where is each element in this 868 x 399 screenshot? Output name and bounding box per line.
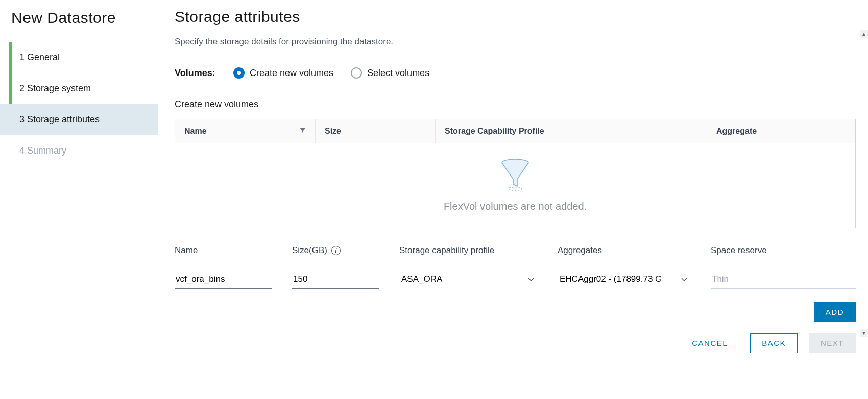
col-label: Size [325, 127, 341, 136]
radio-label: Select volumes [367, 68, 429, 79]
label-size: Size(GB) i [292, 245, 379, 256]
col-label: Storage Capability Profile [445, 127, 544, 136]
form-col-name: Name [175, 245, 272, 289]
label-name: Name [175, 245, 272, 256]
filter-icon[interactable] [300, 127, 306, 135]
volumes-row: Volumes: Create new volumes Select volum… [175, 67, 856, 79]
select-aggregates[interactable]: EHCAggr02 - (17899.73 G [558, 271, 690, 288]
form-col-space-reserve: Space reserve [711, 245, 856, 289]
wizard-step-storage-attributes[interactable]: 3 Storage attributes [0, 104, 158, 135]
info-icon[interactable]: i [331, 246, 341, 255]
funnel-icon [501, 159, 529, 191]
table-empty-state: FlexVol volumes are not added. [175, 143, 855, 228]
col-label: Aggregate [716, 127, 757, 136]
cancel-button[interactable]: CANCEL [681, 333, 739, 353]
label-scp: Storage capability profile [399, 245, 537, 256]
volumes-table: Name Size Storage Capability Profile Agg… [175, 119, 856, 228]
wizard-footer: CANCEL BACK NEXT [175, 333, 856, 363]
radio-select-volumes[interactable]: Select volumes [351, 67, 429, 79]
input-size[interactable] [292, 271, 379, 289]
step-num: 2 [19, 83, 25, 93]
col-name[interactable]: Name [175, 119, 316, 143]
col-label: Name [184, 127, 207, 136]
back-button[interactable]: BACK [750, 333, 798, 353]
radio-icon [351, 67, 362, 79]
volumes-label: Volumes: [175, 68, 233, 79]
step-label: Storage system [27, 83, 91, 93]
label-aggregates: Aggregates [558, 245, 690, 256]
wizard-step-general[interactable]: 1 General [0, 42, 158, 73]
main-content: Storage attributes Specify the storage d… [158, 0, 868, 399]
page-subtitle: Specify the storage details for provisio… [175, 37, 856, 47]
svg-point-1 [509, 187, 522, 191]
wizard-steps: 1 General 2 Storage system 3 Storage att… [0, 42, 158, 166]
col-storage-capability-profile[interactable]: Storage Capability Profile [436, 119, 707, 143]
step-num: 1 [19, 52, 25, 62]
volumes-radio-group: Create new volumes Select volumes [233, 67, 429, 79]
wizard-step-storage-system[interactable]: 2 Storage system [0, 73, 158, 104]
step-num: 3 [19, 114, 25, 124]
col-size[interactable]: Size [316, 119, 436, 143]
input-space-reserve [711, 271, 856, 289]
form-col-scp: Storage capability profile ASA_ORA [399, 245, 537, 289]
step-label: Storage attributes [27, 114, 100, 124]
page-title: Storage attributes [175, 8, 856, 26]
label-space-reserve: Space reserve [711, 245, 856, 256]
label-size-text: Size(GB) [292, 245, 327, 256]
radio-create-new-volumes[interactable]: Create new volumes [233, 67, 333, 79]
new-volume-form: Name Size(GB) i Storage capability profi… [175, 245, 856, 289]
radio-label: Create new volumes [250, 68, 333, 79]
wizard-sidebar: New Datastore 1 General 2 Storage system… [0, 0, 158, 399]
radio-icon [233, 67, 245, 79]
step-label: General [27, 52, 60, 62]
step-label: Summary [27, 145, 66, 156]
empty-message: FlexVol volumes are not added. [444, 201, 587, 212]
add-button[interactable]: ADD [814, 302, 856, 322]
select-storage-capability-profile[interactable]: ASA_ORA [399, 271, 537, 288]
wizard-step-summary: 4 Summary [0, 135, 158, 166]
step-num: 4 [19, 145, 25, 156]
scroll-down-icon[interactable]: ▼ [860, 329, 868, 337]
scrollbar-vertical[interactable]: ▲ ▼ [860, 0, 868, 399]
col-aggregate[interactable]: Aggregate [707, 119, 855, 143]
form-col-size: Size(GB) i [292, 245, 379, 289]
input-name[interactable] [175, 271, 272, 289]
wizard-title: New Datastore [11, 9, 158, 27]
scroll-up-icon[interactable]: ▲ [860, 30, 868, 38]
table-header: Name Size Storage Capability Profile Agg… [175, 119, 855, 143]
create-volumes-section-label: Create new volumes [175, 99, 856, 110]
form-col-aggregates: Aggregates EHCAggr02 - (17899.73 G [558, 245, 690, 289]
next-button: NEXT [809, 333, 856, 353]
